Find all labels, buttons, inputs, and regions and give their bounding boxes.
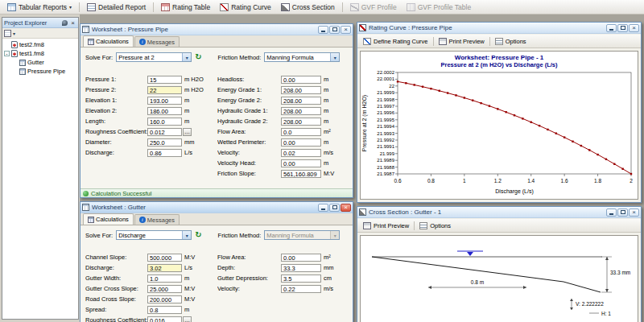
field-label: Elevation 2: bbox=[85, 107, 147, 114]
pressure-pipe-hydraulic-grade-2-input[interactable]: 208.00 bbox=[281, 118, 321, 126]
minimize-button[interactable] bbox=[606, 208, 617, 217]
tab-messages[interactable]: i Messages bbox=[134, 36, 180, 47]
minimize-button[interactable] bbox=[318, 204, 328, 212]
toolbar-button-rating-curve[interactable]: Rating Curve bbox=[215, 1, 276, 14]
gutter-spread-input[interactable]: 0.8 bbox=[147, 306, 182, 314]
solve-for-select[interactable]: Discharge ▾ bbox=[116, 230, 192, 240]
toolbar-button-tabular-reports[interactable]: Tabular Reports▾ bbox=[2, 1, 76, 14]
gutter-velocity-input[interactable]: 0.22 bbox=[281, 285, 321, 293]
window-titlebar[interactable]: Worksheet : Pressure Pipe × bbox=[80, 24, 353, 35]
pin-icon[interactable] bbox=[62, 20, 68, 26]
info-icon: i bbox=[139, 217, 146, 223]
cross-section-window: Cross Section : Gutter - 1 × Print Previ… bbox=[357, 206, 642, 322]
water-marker-triangle bbox=[467, 252, 473, 256]
close-icon[interactable]: × bbox=[69, 19, 76, 27]
close-button[interactable]: × bbox=[341, 204, 351, 212]
gutter-depth-input[interactable]: 33.3 bbox=[281, 264, 321, 272]
window-titlebar[interactable]: Rating Curve : Pressure Pipe × bbox=[357, 23, 641, 34]
gutter-gutter-width-input[interactable]: 1.0 bbox=[147, 275, 182, 283]
maximize-button[interactable] bbox=[617, 24, 628, 32]
tree-item-pressure-pipe[interactable]: Pressure Pipe bbox=[2, 67, 78, 76]
pressure-pipe-energy-grade-1-input[interactable]: 208.00 bbox=[281, 86, 321, 94]
field-label: Friction Slope: bbox=[217, 170, 281, 177]
svg-text:2: 2 bbox=[630, 178, 633, 184]
minimize-button[interactable] bbox=[606, 24, 617, 32]
refresh-icon[interactable]: ↻ bbox=[195, 53, 201, 61]
tree-item-label: test2.fm8 bbox=[19, 41, 44, 48]
pressure-pipe-velocity-head-input[interactable]: 0.00 bbox=[281, 159, 321, 167]
maximize-button[interactable] bbox=[329, 204, 340, 212]
gutter-flow-area-input[interactable]: 0.00 bbox=[281, 254, 321, 262]
gutter-roughness-coefficient-input[interactable]: 0.016 bbox=[147, 316, 182, 322]
options-button[interactable]: Options bbox=[416, 221, 454, 230]
pressure-pipe-elevation-2-input[interactable]: 186.00 bbox=[147, 107, 182, 115]
field-label: Wetted Perimeter: bbox=[217, 138, 281, 146]
ellipsis-button[interactable]: … bbox=[183, 316, 192, 322]
pressure-pipe-length-input[interactable]: 160.0 bbox=[147, 118, 182, 126]
pressure-pipe-energy-grade-2-input[interactable]: 208.00 bbox=[281, 97, 321, 105]
pressure-pipe-roughness-coefficient-input[interactable]: 0.012 bbox=[147, 128, 182, 136]
pressure-pipe-headloss-input[interactable]: 0.00 bbox=[281, 76, 321, 84]
pressure-pipe-discharge-input[interactable]: 0.86 bbox=[147, 149, 182, 157]
toolbar-button-gvf-profile[interactable]: GVF Profile bbox=[345, 1, 402, 14]
svg-text:Discharge (L/s): Discharge (L/s) bbox=[495, 188, 533, 195]
pressure-pipe-elevation-1-input[interactable]: 193.00 bbox=[147, 97, 182, 105]
tab-calculations[interactable]: Calculations bbox=[83, 213, 134, 225]
cross-section-icon bbox=[281, 3, 290, 11]
field-label: Road Cross Slope: bbox=[85, 295, 147, 303]
field-unit: m bbox=[184, 275, 189, 282]
toolbar-button-detailed-report[interactable]: Detailed Report bbox=[82, 1, 151, 14]
tree-item-gutter[interactable]: Gutter bbox=[2, 58, 78, 67]
pressure-pipe-pressure-1-input[interactable]: 15 bbox=[147, 76, 182, 84]
toolbar-button-label: Rating Curve bbox=[231, 3, 271, 11]
svg-text:21.9988: 21.9988 bbox=[377, 165, 394, 170]
collapse-expander-icon[interactable]: - bbox=[4, 51, 10, 56]
maximize-button[interactable] bbox=[617, 208, 628, 217]
pressure-pipe-hydraulic-grade-1-input[interactable]: 208.00 bbox=[281, 107, 321, 115]
tab-messages[interactable]: i Messages bbox=[134, 214, 180, 225]
options-button[interactable]: Options bbox=[492, 37, 530, 46]
chevron-down-icon[interactable]: ▾ bbox=[13, 31, 15, 36]
minimize-button[interactable] bbox=[318, 26, 328, 34]
pressure-pipe-flow-area-input[interactable]: 0.0 bbox=[281, 128, 321, 136]
print-preview-button[interactable]: Print Preview bbox=[436, 37, 488, 46]
gutter-discharge-input[interactable]: 3.02 bbox=[147, 264, 182, 272]
ellipsis-button[interactable]: … bbox=[183, 128, 192, 136]
maximize-button[interactable] bbox=[329, 26, 340, 34]
define-rating-curve-button[interactable]: Define Rating Curve bbox=[360, 37, 431, 46]
close-button[interactable]: × bbox=[341, 26, 351, 34]
pressure-pipe-field-row: Pressure 2:22m H2O bbox=[85, 85, 204, 95]
toolbar-button-gvf-profile-table[interactable]: GVF Profile Table bbox=[402, 1, 476, 14]
toolbar-separator bbox=[414, 221, 415, 230]
refresh-icon[interactable]: ↻ bbox=[195, 231, 201, 239]
tab-calculations[interactable]: Calculations bbox=[83, 35, 134, 47]
solve-for-select[interactable]: Pressure at 2 ▾ bbox=[116, 52, 192, 62]
friction-method-select[interactable]: Manning Formula ▾ bbox=[264, 230, 340, 240]
pressure-pipe-pressure-2-input[interactable]: 22 bbox=[147, 86, 182, 94]
project-explorer-titlebar[interactable]: Project Explorer × bbox=[2, 18, 78, 28]
pressure-pipe-wetted-perimeter-input[interactable]: 0.00 bbox=[281, 138, 321, 147]
field-unit: mm bbox=[324, 264, 334, 271]
svg-text:0.6: 0.6 bbox=[394, 178, 401, 184]
tab-label: Calculations bbox=[96, 38, 129, 45]
svg-text:21.9992: 21.9992 bbox=[377, 138, 394, 142]
toolbar-button-cross-section[interactable]: Cross Section bbox=[276, 1, 340, 14]
window-titlebar[interactable]: Worksheet : Gutter × bbox=[80, 202, 353, 213]
tree-item-test1-fm8[interactable]: -test1.fm8 bbox=[2, 49, 78, 58]
tree-item-test2-fm8[interactable]: test2.fm8 bbox=[2, 40, 78, 49]
close-button[interactable]: × bbox=[629, 208, 639, 217]
print-preview-button[interactable]: Print Preview bbox=[360, 221, 412, 230]
pressure-pipe-friction-slope-input[interactable]: 561,160.809 bbox=[281, 170, 321, 178]
gutter-gutter-depression-input[interactable]: 3.5 bbox=[281, 275, 321, 283]
gutter-channel-slope-input[interactable]: 500.000 bbox=[147, 254, 182, 262]
close-button[interactable]: × bbox=[629, 24, 639, 32]
new-file-icon[interactable] bbox=[4, 30, 11, 37]
pressure-pipe-diameter-input[interactable]: 250.0 bbox=[147, 138, 182, 147]
toolbar-button-rating-table[interactable]: Rating Table bbox=[156, 1, 215, 14]
pressure-pipe-velocity-input[interactable]: 0.02 bbox=[281, 149, 321, 157]
gutter-road-cross-slope-input[interactable]: 200.000 bbox=[147, 295, 182, 303]
window-titlebar[interactable]: Cross Section : Gutter - 1 × bbox=[357, 207, 641, 218]
gutter-gutter-cross-slope-input[interactable]: 25.000 bbox=[147, 285, 182, 293]
friction-method-select[interactable]: Manning Formula ▾ bbox=[264, 52, 340, 62]
svg-text:21.9991: 21.9991 bbox=[377, 144, 394, 149]
